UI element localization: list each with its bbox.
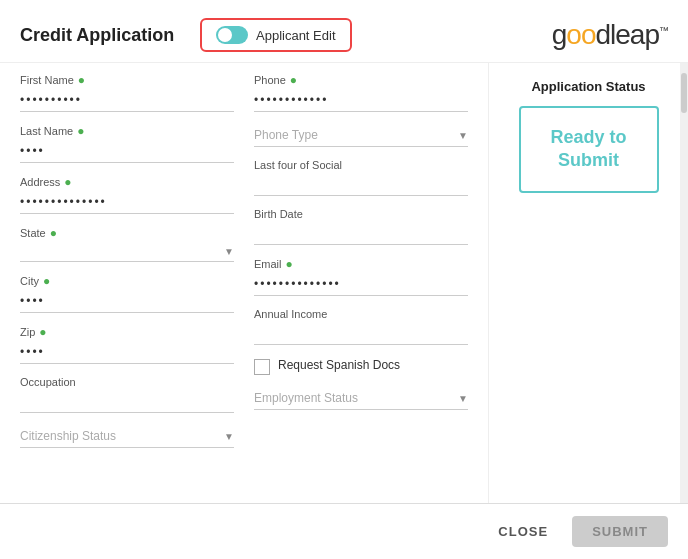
form-left-col: First Name ● •••••••••• Last Name ● •••• — [20, 73, 234, 460]
app-status-title: Application Status — [531, 79, 645, 94]
value-occupation[interactable] — [20, 390, 234, 413]
right-panel: Application Status Ready to Submit — [488, 63, 688, 503]
chevron-down-citizenship-icon: ▼ — [224, 431, 234, 442]
label-ssn-last4: Last four of Social — [254, 159, 468, 171]
page-title: Credit Application — [20, 25, 180, 46]
field-state: State ● ▼ — [20, 226, 234, 262]
select-citizenship[interactable]: Citizenship Status ▼ — [20, 425, 234, 448]
applicant-edit-toggle[interactable]: Applicant Edit — [200, 18, 352, 52]
scrollbar-thumb[interactable] — [681, 73, 687, 113]
label-spanish-docs: Request Spanish Docs — [278, 357, 400, 374]
select-state[interactable]: ▼ — [20, 242, 234, 262]
toggle-switch[interactable] — [216, 26, 248, 44]
value-city[interactable]: •••• — [20, 290, 234, 313]
value-email[interactable]: •••••••••••••• — [254, 273, 468, 296]
form-right-col: Phone ● •••••••••••• Phone Type ▼ — [254, 73, 468, 460]
check-icon-address: ● — [64, 175, 71, 189]
form-area: First Name ● •••••••••• Last Name ● •••• — [0, 63, 488, 503]
value-address[interactable]: •••••••••••••• — [20, 191, 234, 214]
field-zip: Zip ● •••• — [20, 325, 234, 364]
check-icon-state: ● — [50, 226, 57, 240]
chevron-down-phone-type-icon: ▼ — [458, 130, 468, 141]
toggle-label: Applicant Edit — [256, 28, 336, 43]
goodleap-logo: goodleap™ — [552, 19, 668, 51]
field-annual-income: Annual Income — [254, 308, 468, 345]
label-first-name: First Name ● — [20, 73, 234, 87]
value-annual-income[interactable] — [254, 322, 468, 345]
field-address: Address ● •••••••••••••• — [20, 175, 234, 214]
employment-placeholder: Employment Status — [254, 391, 358, 405]
submit-button[interactable]: SUBMIT — [572, 516, 668, 547]
header: Credit Application Applicant Edit goodle… — [0, 0, 688, 63]
chevron-down-icon: ▼ — [224, 246, 234, 257]
field-first-name: First Name ● •••••••••• — [20, 73, 234, 112]
modal-container: Credit Application Applicant Edit goodle… — [0, 0, 688, 559]
field-citizenship: Citizenship Status ▼ — [20, 425, 234, 448]
field-ssn-last4: Last four of Social — [254, 159, 468, 196]
value-birth-date[interactable] — [254, 222, 468, 245]
close-button[interactable]: CLOSE — [484, 516, 562, 547]
checkbox-spanish-docs[interactable] — [254, 359, 270, 375]
field-spanish-docs: Request Spanish Docs — [254, 357, 468, 375]
value-zip[interactable]: •••• — [20, 341, 234, 364]
label-address: Address ● — [20, 175, 234, 189]
field-employment: Employment Status ▼ — [254, 387, 468, 410]
label-email: Email ● — [254, 257, 468, 271]
chevron-down-employment-icon: ▼ — [458, 393, 468, 404]
field-phone: Phone ● •••••••••••• — [254, 73, 468, 112]
value-phone[interactable]: •••••••••••• — [254, 89, 468, 112]
footer: CLOSE SUBMIT — [0, 503, 688, 559]
select-phone-type[interactable]: Phone Type ▼ — [254, 124, 468, 147]
field-city: City ● •••• — [20, 274, 234, 313]
field-occupation: Occupation — [20, 376, 234, 413]
scrollbar-track[interactable] — [680, 63, 688, 503]
content-area: First Name ● •••••••••• Last Name ● •••• — [0, 63, 688, 503]
label-occupation: Occupation — [20, 376, 234, 388]
label-phone: Phone ● — [254, 73, 468, 87]
label-annual-income: Annual Income — [254, 308, 468, 320]
label-last-name: Last Name ● — [20, 124, 234, 138]
status-text: Ready to Submit — [541, 126, 637, 173]
citizenship-placeholder: Citizenship Status — [20, 429, 116, 443]
check-icon-phone: ● — [290, 73, 297, 87]
check-icon-last-name: ● — [77, 124, 84, 138]
field-email: Email ● •••••••••••••• — [254, 257, 468, 296]
value-last-name[interactable]: •••• — [20, 140, 234, 163]
label-city: City ● — [20, 274, 234, 288]
label-birth-date: Birth Date — [254, 208, 468, 220]
label-zip: Zip ● — [20, 325, 234, 339]
check-icon-zip: ● — [39, 325, 46, 339]
check-icon-first-name: ● — [78, 73, 85, 87]
check-icon-email: ● — [286, 257, 293, 271]
value-ssn-last4[interactable] — [254, 173, 468, 196]
phone-type-placeholder: Phone Type — [254, 128, 318, 142]
form-grid: First Name ● •••••••••• Last Name ● •••• — [20, 73, 468, 460]
check-icon-city: ● — [43, 274, 50, 288]
field-phone-type: Phone Type ▼ — [254, 124, 468, 147]
value-first-name[interactable]: •••••••••• — [20, 89, 234, 112]
status-box: Ready to Submit — [519, 106, 659, 193]
select-employment[interactable]: Employment Status ▼ — [254, 387, 468, 410]
field-birth-date: Birth Date — [254, 208, 468, 245]
label-state: State ● — [20, 226, 234, 240]
field-last-name: Last Name ● •••• — [20, 124, 234, 163]
